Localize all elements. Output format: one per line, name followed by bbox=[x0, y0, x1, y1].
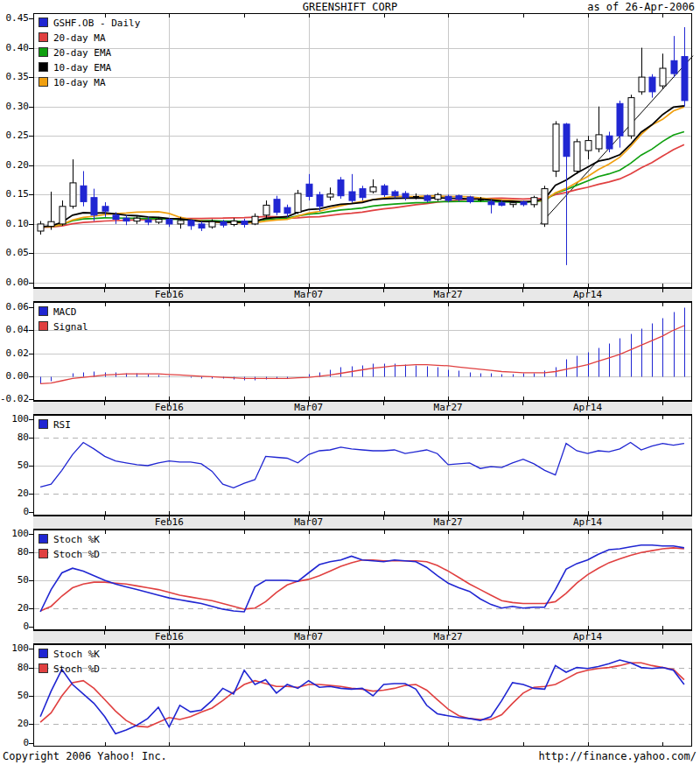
copyright-text: Copyright 2006 Yahoo! Inc. bbox=[3, 750, 167, 762]
y-axis-label: 100 bbox=[0, 529, 29, 539]
series-label: RSI bbox=[53, 419, 71, 431]
x-axis-label: Apr14 bbox=[557, 402, 619, 414]
rsi-legend: RSI bbox=[38, 419, 71, 434]
series-swatch bbox=[38, 534, 48, 544]
y-axis-label: 0.06 bbox=[0, 302, 29, 312]
x-axis-label: Mar27 bbox=[417, 516, 479, 529]
series-swatch bbox=[38, 649, 48, 658]
series-swatch bbox=[38, 32, 48, 42]
x-axis-label: Mar07 bbox=[278, 402, 340, 414]
stoch-legend-2: Stoch %K Stoch %D bbox=[38, 649, 100, 678]
y-axis-label: 0.02 bbox=[0, 348, 29, 359]
legend-item: 20-day EMA bbox=[38, 47, 140, 62]
y-axis-label: 0.00 bbox=[0, 371, 29, 382]
x-axis-band-1: Feb16Mar07Mar27Apr14 bbox=[33, 288, 692, 302]
series-label: 20-day MA bbox=[53, 32, 106, 44]
series-swatch bbox=[38, 47, 48, 57]
stoch-k-line bbox=[40, 660, 684, 733]
series-swatch bbox=[38, 18, 48, 27]
stock-chart: GREENSHIFT CORP as of 26-Apr-2006 GSHF.O… bbox=[0, 0, 700, 765]
y-axis-label: 0.00 bbox=[0, 277, 29, 288]
y-axis-label: 80 bbox=[0, 547, 29, 558]
series-label: Stoch %K bbox=[53, 534, 100, 545]
legend-item: 10-day MA bbox=[38, 77, 140, 92]
series-label: 10-day MA bbox=[53, 77, 106, 88]
as-of-date: as of 26-Apr-2006 bbox=[587, 1, 695, 13]
x-axis-label: Mar07 bbox=[278, 289, 340, 301]
series-label: Stoch %D bbox=[53, 663, 100, 675]
y-axis-label: 50 bbox=[0, 691, 29, 701]
stoch-k-line bbox=[40, 545, 684, 612]
stoch-panel-2: Stoch %K Stoch %D 1008050200 bbox=[0, 644, 700, 747]
y-axis-label: 0.10 bbox=[0, 219, 29, 229]
stoch-d-line bbox=[40, 548, 684, 611]
stoch-d-line bbox=[40, 663, 684, 726]
series-label: GSHF.OB - Daily bbox=[53, 18, 140, 29]
x-axis-label: Mar27 bbox=[417, 402, 479, 414]
x-axis-tick bbox=[522, 631, 523, 635]
legend-item: GSHF.OB - Daily bbox=[38, 18, 140, 32]
series-label: 10-day EMA bbox=[53, 62, 111, 74]
x-axis-label: Mar07 bbox=[278, 631, 340, 643]
rsi-plot bbox=[0, 415, 700, 516]
site-url: http://finance.yahoo.com/ bbox=[538, 750, 696, 762]
x-axis-tick bbox=[662, 402, 663, 405]
y-axis-label: 0.04 bbox=[0, 325, 29, 335]
series-label: MACD bbox=[53, 306, 77, 318]
x-axis-tick bbox=[244, 289, 245, 292]
y-axis-label: 50 bbox=[0, 460, 29, 471]
legend-item: Stoch %K bbox=[38, 649, 100, 663]
ma-lines bbox=[40, 106, 684, 228]
x-axis-tick bbox=[104, 402, 105, 405]
legend-item: MACD bbox=[38, 306, 88, 321]
y-axis-label: 80 bbox=[0, 663, 29, 673]
x-axis-band-3: Feb16Mar07Mar27Apr14 bbox=[33, 516, 692, 530]
series-label: Signal bbox=[53, 321, 88, 333]
x-axis-label: Feb16 bbox=[138, 402, 200, 414]
series-label: 20-day EMA bbox=[53, 47, 111, 59]
x-axis-label: Feb16 bbox=[138, 631, 200, 643]
macd-plot bbox=[0, 302, 700, 401]
rsi-panel: RSI 1008050200 bbox=[0, 415, 700, 516]
y-axis-label: 20 bbox=[0, 488, 29, 499]
x-axis-band-4: Feb16Mar07Mar27Apr14 bbox=[33, 630, 692, 644]
chart-header: GREENSHIFT CORP as of 26-Apr-2006 bbox=[0, 0, 700, 13]
y-axis-label: 20 bbox=[0, 719, 29, 729]
series-swatch bbox=[38, 549, 48, 558]
series-swatch bbox=[38, 419, 48, 429]
x-axis-tick bbox=[383, 631, 384, 635]
stoch-plot-2 bbox=[0, 644, 700, 747]
macd-panel: MACD Signal 0.060.040.020.00-0.02 bbox=[0, 302, 700, 401]
y-axis-label: 0.45 bbox=[0, 13, 29, 24]
chart-footer: Copyright 2006 Yahoo! Inc. http://financ… bbox=[0, 747, 700, 765]
stoch-plot-1 bbox=[0, 530, 700, 630]
series-swatch bbox=[38, 321, 48, 331]
y-axis-label: 0.15 bbox=[0, 189, 29, 200]
x-axis-tick bbox=[662, 516, 663, 520]
y-axis-label: 0.05 bbox=[0, 248, 29, 258]
x-axis-tick bbox=[104, 516, 105, 520]
series-swatch bbox=[38, 663, 48, 673]
legend-item: Stoch %D bbox=[38, 549, 100, 564]
legend-item: Stoch %D bbox=[38, 663, 100, 678]
x-axis-label: Apr14 bbox=[557, 516, 619, 529]
y-axis-label: 0.20 bbox=[0, 160, 29, 171]
legend-item: 20-day MA bbox=[38, 32, 140, 47]
y-axis-label: 0.35 bbox=[0, 72, 29, 82]
x-axis-tick bbox=[244, 631, 245, 635]
x-axis-tick bbox=[383, 402, 384, 405]
stoch-legend-1: Stoch %K Stoch %D bbox=[38, 534, 100, 564]
x-axis-label: Mar07 bbox=[278, 516, 340, 529]
x-axis-tick bbox=[383, 516, 384, 520]
x-axis-label: Mar27 bbox=[417, 631, 479, 643]
x-axis-label: Feb16 bbox=[138, 516, 200, 529]
legend-item: Stoch %K bbox=[38, 534, 100, 549]
x-axis-tick bbox=[244, 402, 245, 405]
series-label: Stoch %D bbox=[53, 549, 100, 560]
series-swatch bbox=[38, 77, 48, 87]
x-axis-tick bbox=[383, 289, 384, 292]
x-axis-tick bbox=[244, 516, 245, 520]
rsi-line bbox=[40, 443, 684, 488]
x-axis-tick bbox=[104, 631, 105, 635]
y-axis-label: 0.30 bbox=[0, 102, 29, 112]
